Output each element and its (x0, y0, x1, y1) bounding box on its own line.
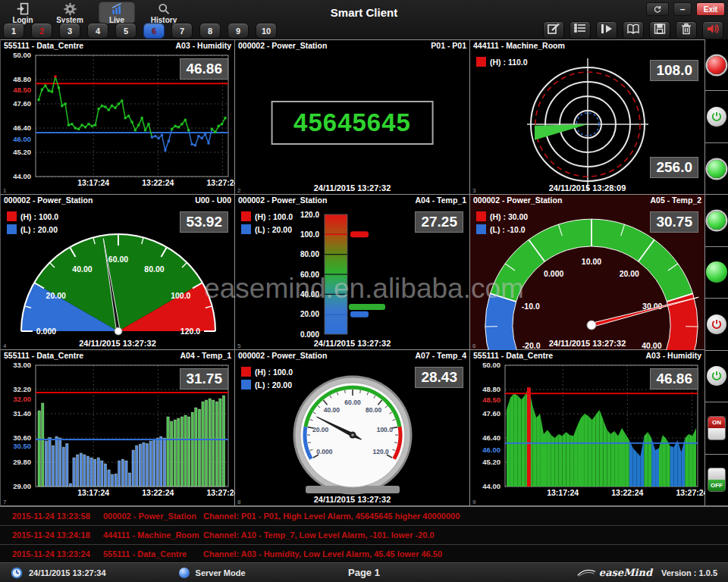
alarm-log: 2015-11-24 13:23:58000002 - Power_Statio… (0, 506, 728, 562)
panel-timestamp: 24/11/2015 13:27:32 (235, 183, 469, 192)
edit-tool-button[interactable] (543, 21, 564, 39)
live-chart-icon (109, 1, 124, 17)
svg-text:40.00: 40.00 (324, 406, 340, 414)
indicator-red-button[interactable] (708, 56, 726, 74)
gear-icon (63, 1, 77, 17)
login-icon (15, 1, 30, 17)
history-search-icon (156, 1, 171, 17)
panel-index: 9 (472, 499, 475, 505)
on-switch[interactable]: ON (708, 416, 726, 440)
svg-text:46.00: 46.00 (482, 446, 500, 454)
history-button[interactable]: History (146, 1, 182, 23)
tab-8[interactable]: 8 (199, 23, 221, 39)
save-tool-button[interactable] (649, 21, 670, 39)
value-readout: 30.75 (650, 211, 698, 233)
tab-3[interactable]: 3 (59, 23, 80, 39)
sidebar-cell (705, 351, 728, 402)
svg-text:44.00: 44.00 (482, 482, 500, 490)
tab-7[interactable]: 7 (171, 23, 193, 39)
off-switch[interactable]: OFF (708, 468, 726, 492)
panel-title: 000002 - Power_Station (4, 196, 93, 205)
tab-1[interactable]: 1 (3, 23, 24, 39)
list-tool-button[interactable] (570, 21, 591, 39)
refresh-button[interactable] (646, 2, 669, 16)
panel-title: 555111 - Data_Centre (4, 41, 83, 50)
svg-text:80.00: 80.00 (144, 264, 164, 274)
tab-10[interactable]: 10 (256, 23, 277, 39)
control-sidebar: ONOFF (705, 39, 728, 506)
export-tool-button[interactable] (596, 21, 617, 39)
svg-text:0.000: 0.000 (544, 269, 563, 278)
panel-index: 5 (237, 343, 240, 349)
panel-channel: A05 - Temp_2 (651, 196, 702, 205)
svg-text:100.0: 100.0 (171, 291, 190, 300)
svg-text:120.0: 120.0 (180, 327, 200, 336)
indicator-green-button[interactable] (708, 160, 726, 178)
server-mode-icon (179, 568, 190, 578)
live-button[interactable]: Live (99, 1, 135, 23)
alarm-device: 555111 - Data_Centre (103, 549, 203, 559)
panel-title: 555111 - Data_Centre (473, 351, 553, 360)
svg-text:20.00: 20.00 (620, 269, 639, 278)
system-button[interactable]: System (52, 1, 88, 23)
value-readout: 46.86 (180, 58, 228, 80)
tab-5[interactable]: 5 (115, 23, 136, 39)
power-red-button[interactable] (707, 314, 726, 334)
tab-4[interactable]: 4 (87, 23, 108, 39)
svg-text:13:22:24: 13:22:24 (142, 488, 174, 497)
value-readout: 53.92 (180, 211, 228, 233)
power-green-button[interactable] (707, 366, 726, 386)
value-readout: 28.43 (415, 367, 463, 388)
svg-text:46.00: 46.00 (13, 135, 31, 143)
login-button[interactable]: Login (5, 1, 41, 23)
trash-tool-button[interactable] (676, 21, 697, 39)
tab-6[interactable]: 6 (143, 23, 165, 39)
value-readout: 27.25 (415, 211, 463, 233)
power-green-button[interactable] (707, 107, 726, 127)
minimize-button[interactable]: – (673, 2, 692, 16)
value-readout: 256.0 (650, 157, 698, 178)
svg-text:50.00: 50.00 (13, 51, 31, 59)
numeric-display: 45645645 (271, 101, 434, 145)
svg-text:13:17:24: 13:17:24 (77, 178, 109, 187)
svg-text:45.20: 45.20 (13, 148, 31, 156)
panel-index: 3 (472, 187, 475, 194)
tab-9[interactable]: 9 (228, 23, 249, 39)
version-label: Version : 1.0.5 (661, 568, 717, 577)
panel-timestamp: 24/11/2015 13:27:32 (235, 339, 469, 348)
tab-2[interactable]: 2 (31, 23, 52, 39)
svg-text:40.00: 40.00 (72, 264, 92, 274)
svg-text:48.80: 48.80 (482, 385, 500, 393)
svg-text:33.00: 33.00 (13, 361, 31, 369)
svg-text:29.80: 29.80 (13, 458, 31, 466)
panel-index: 2 (237, 187, 240, 194)
indicator-green-button[interactable] (708, 211, 726, 230)
status-datetime: 24/11/2015 13:27:34 (29, 568, 106, 577)
panel-title: 000002 - Power_Station (238, 351, 327, 360)
trash-icon (679, 23, 693, 38)
brand-name: easeMind (599, 567, 652, 578)
exit-button[interactable]: Exit (696, 2, 725, 16)
svg-text:31.40: 31.40 (13, 409, 31, 418)
panel-timestamp: 24/11/2015 13:27:32 (235, 495, 469, 504)
svg-text:13:17:24: 13:17:24 (77, 488, 109, 497)
alarm-message: Channel: P01 - P01, High Level Alarm, 45… (203, 512, 728, 521)
alarm-row[interactable]: 2015-11-24 13:24:18444111 - Machine_Room… (0, 526, 728, 545)
status-bar: 24/11/2015 13:27:34 Server Mode Page 1 e… (0, 562, 728, 582)
audio-tool-button[interactable] (702, 21, 723, 39)
svg-text:50.00: 50.00 (482, 361, 500, 369)
alarm-row[interactable]: 2015-11-24 13:23:58000002 - Power_Statio… (0, 507, 728, 526)
book-tool-button[interactable] (623, 21, 644, 39)
main-nav: Login System Live History (5, 1, 182, 23)
svg-text:44.00: 44.00 (13, 172, 31, 180)
svg-text:60.00: 60.00 (300, 271, 319, 279)
alarm-time: 2015-11-24 13:24:18 (12, 530, 103, 540)
svg-text:10.00: 10.00 (582, 257, 601, 266)
svg-text:80.00: 80.00 (366, 406, 382, 414)
alarm-row[interactable]: 2015-11-24 13:23:24555111 - Data_CentreC… (0, 545, 728, 564)
sidebar-cell (705, 299, 728, 350)
panel-timestamp: 24/11/2015 13:27:32 (470, 339, 704, 348)
panel-channel: A07 - Temp_4 (416, 351, 467, 360)
svg-text:30.50: 30.50 (13, 442, 31, 450)
indicator-green-lamp[interactable] (706, 261, 727, 283)
